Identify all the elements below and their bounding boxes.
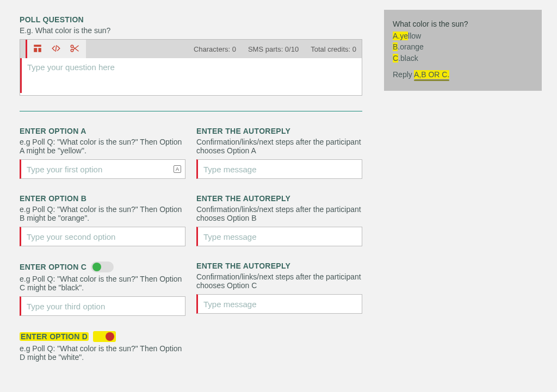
autoreply-a-input[interactable] (196, 159, 362, 179)
svg-rect-1 (34, 48, 37, 52)
preview-option-a: A.yellow (393, 30, 533, 41)
preview-question: What color is the sun? (393, 20, 533, 28)
option-row: ENTER OPTION C e.g Poll Q: "What color i… (20, 256, 362, 316)
option-a-input[interactable] (20, 159, 185, 179)
option-row: ENTER OPTION D e.g Poll Q: "What color i… (20, 326, 362, 366)
poll-question-input[interactable] (20, 58, 362, 93)
preview-option-c: C.black (393, 53, 533, 64)
scissors-icon[interactable] (70, 43, 79, 55)
total-credits: Total credits: 0 (311, 45, 356, 53)
editor-toolbar: Characters: 0 SMS parts: 0/10 Total cred… (20, 40, 362, 58)
poll-question-label: POLL QUESTION (20, 15, 362, 24)
option-a-label: ENTER OPTION A (20, 127, 185, 135)
preview-panel: What color is the sun? A.yellow B.orange… (384, 10, 542, 91)
option-row: ENTER OPTION B e.g Poll Q: "What color i… (20, 189, 362, 246)
section-divider (20, 111, 362, 111)
option-row: ENTER OPTION A e.g Poll Q: "What color i… (20, 121, 362, 179)
preview-reply: Reply A,B OR C. (393, 70, 533, 79)
option-b-label: ENTER OPTION B (20, 194, 185, 203)
svg-rect-0 (34, 45, 41, 47)
svg-point-4 (71, 49, 73, 52)
autoreply-b-label: ENTER THE AUTOREPLY (196, 194, 362, 203)
autoreply-b-help: Confirmation/links/next steps after the … (196, 205, 362, 222)
option-d-label: ENTER OPTION D (20, 331, 185, 342)
char-count: Characters: 0 (194, 45, 236, 53)
option-c-input[interactable] (20, 296, 185, 316)
option-d-toggle[interactable] (93, 331, 116, 342)
code-icon[interactable] (51, 43, 61, 55)
option-c-label: ENTER OPTION C (20, 262, 185, 272)
preview-option-b: B.orange (393, 41, 533, 52)
option-a-help: e.g Poll Q: "What color is the sun?" The… (20, 138, 185, 155)
autoreply-c-help: Confirmation/links/next steps after the … (196, 272, 362, 290)
autoreply-b-input[interactable] (196, 227, 362, 246)
autoreply-a-help: Confirmation/links/next steps after the … (196, 138, 362, 155)
option-c-help: e.g Poll Q: "What color is the sun?" The… (20, 275, 185, 292)
poll-editor: Characters: 0 SMS parts: 0/10 Total cred… (20, 39, 362, 96)
input-helper-icon[interactable]: A (174, 165, 181, 173)
option-b-help: e.g Poll Q: "What color is the sun?" The… (20, 205, 185, 222)
autoreply-c-input[interactable] (196, 294, 362, 314)
poll-question-help: E.g. What color is the sun? (20, 26, 362, 35)
svg-rect-2 (39, 48, 41, 52)
form-main: POLL QUESTION E.g. What color is the sun… (20, 10, 362, 366)
svg-point-3 (71, 45, 73, 48)
option-c-toggle[interactable] (91, 262, 114, 272)
autoreply-c-label: ENTER THE AUTOREPLY (196, 262, 362, 270)
template-icon[interactable] (33, 43, 42, 55)
sms-parts: SMS parts: 0/10 (248, 45, 299, 53)
autoreply-a-label: ENTER THE AUTOREPLY (196, 127, 362, 135)
option-b-input[interactable] (20, 227, 185, 246)
option-d-help: e.g Poll Q: "What color is the sun?" The… (20, 344, 185, 362)
